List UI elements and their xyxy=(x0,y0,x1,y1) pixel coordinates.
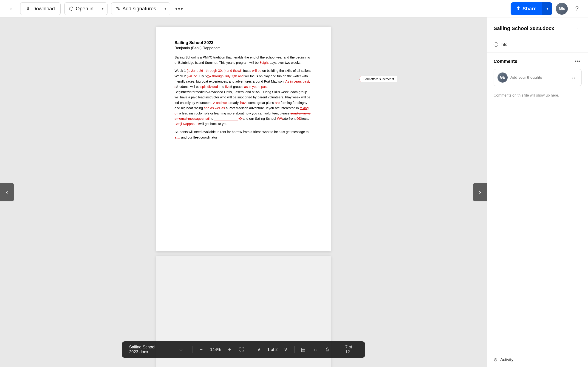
rp-header: Sailing School 2023.docx → xyxy=(487,17,588,37)
doc-author: Benjamin (Benji) Rappoport xyxy=(174,46,312,50)
more-icon: ••• xyxy=(175,5,183,12)
share-icon: ⬆ xyxy=(516,6,520,12)
bt-zoom-in-button[interactable]: + xyxy=(225,344,235,355)
rp-comments-title: Comments xyxy=(493,59,517,64)
share-button[interactable]: ⬆ Share xyxy=(510,2,542,15)
download-button[interactable]: ⬇ Download xyxy=(20,2,61,15)
bt-search-button[interactable]: ⌕ xyxy=(310,344,320,355)
comment-input-area: GE ⌕ xyxy=(493,69,582,86)
bt-divider-1 xyxy=(192,346,192,353)
share-button-group: ⬆ Share ▾ xyxy=(510,2,552,15)
bt-zoom-out-button[interactable]: − xyxy=(196,344,206,355)
avatar-initials: GE xyxy=(559,6,565,11)
comment-send-button[interactable]: ⌕ xyxy=(569,73,578,82)
bt-prev-page-button[interactable]: ∧ xyxy=(254,344,264,355)
bt-divider-2 xyxy=(250,346,250,353)
signatures-arrow[interactable]: ▾ xyxy=(161,2,170,15)
rp-info-title: ⓘ Info xyxy=(493,42,582,48)
share-arrow-button[interactable]: ▾ xyxy=(542,2,552,15)
more-options-button[interactable]: ••• xyxy=(174,3,185,14)
document-pages: Formatted: Superscript Sailing School 20… xyxy=(0,17,487,367)
download-icon: ⬇ xyxy=(26,6,30,12)
zoom-in-icon: + xyxy=(228,347,231,352)
open-in-dropdown: ⬡ Open in ▾ xyxy=(64,2,107,15)
doc-para-2: Week 1 (is June 26– through 30th) and th… xyxy=(174,68,312,127)
rp-comments-more-button[interactable]: ••• xyxy=(573,57,582,65)
layout-icon: ▤ xyxy=(301,347,306,352)
bt-page-indicator: 1 of 2 xyxy=(266,347,279,352)
rp-info-label: Info xyxy=(501,42,507,47)
back-icon: ‹ xyxy=(10,6,12,12)
rp-title: Sailing School 2023.docx xyxy=(493,25,554,31)
search-icon: ⌕ xyxy=(314,347,317,352)
main-area: ‹ Formatted: Superscript Sailing School … xyxy=(0,17,588,367)
signature-icon: ✎ xyxy=(116,6,120,12)
open-in-arrow[interactable]: ▾ xyxy=(98,2,107,15)
help-button[interactable]: ? xyxy=(571,3,582,14)
zoom-out-icon: − xyxy=(200,347,203,352)
bt-total-pages: 7 of 12 xyxy=(345,345,358,354)
prev-page-icon: ∧ xyxy=(257,347,261,352)
add-signatures-button[interactable]: ✎ Add signatures xyxy=(111,2,161,15)
doc-body: Sailing School is a PMYC tradition that … xyxy=(174,55,312,140)
bt-divider-3 xyxy=(294,346,295,353)
print-icon: ⎙ xyxy=(326,347,329,352)
comment-avatar-text: GE xyxy=(500,75,505,80)
rp-comments-header: Comments ••• xyxy=(487,52,588,69)
activity-label: Activity xyxy=(500,357,513,362)
bt-fullscreen-button[interactable]: ⛶ xyxy=(237,344,247,355)
bottom-toolbar: Sailing School 2023.docx ☆ − 144% + ⛶ ∧ … xyxy=(122,341,365,358)
add-signatures-dropdown: ✎ Add signatures ▾ xyxy=(111,2,170,15)
share-label: Share xyxy=(523,6,536,12)
prev-page-icon: ‹ xyxy=(6,189,8,196)
open-in-button[interactable]: ⬡ Open in xyxy=(65,2,98,15)
pdf-viewer: ‹ Formatted: Superscript Sailing School … xyxy=(0,17,487,367)
prev-page-button[interactable]: ‹ xyxy=(0,183,14,201)
rp-activity-section[interactable]: ⊙ Activity xyxy=(487,352,588,367)
bt-star-button[interactable]: ☆ xyxy=(179,347,183,352)
send-icon: ⌕ xyxy=(572,75,575,80)
rp-info-section: ⓘ Info xyxy=(487,37,588,52)
next-page-icon: ∨ xyxy=(284,347,288,352)
back-button[interactable]: ‹ xyxy=(6,3,17,14)
bt-layout-button[interactable]: ▤ xyxy=(298,344,309,355)
info-icon: ⓘ xyxy=(493,42,498,48)
add-signatures-label: Add signatures xyxy=(122,6,156,12)
topbar: ‹ ⬇ Download ⬡ Open in ▾ ✎ Add signature… xyxy=(0,0,588,17)
activity-icon: ⊙ xyxy=(493,357,498,362)
open-in-label: Open in xyxy=(76,6,94,12)
bt-print-button[interactable]: ⎙ xyxy=(322,344,332,355)
bt-filename: Sailing School 2023.docx xyxy=(129,345,175,354)
formatted-bubble: Formatted: Superscript xyxy=(360,76,397,82)
doc-para-3: Students will need available to rent for… xyxy=(174,129,312,140)
next-page-icon: › xyxy=(479,189,481,196)
download-label: Download xyxy=(32,6,55,12)
fullscreen-icon: ⛶ xyxy=(239,347,244,352)
avatar[interactable]: GE xyxy=(556,3,568,15)
help-icon: ? xyxy=(575,5,579,12)
rp-comments-section: Comments ••• GE ⌕ Comments on this file … xyxy=(487,52,588,352)
comment-avatar: GE xyxy=(498,73,508,83)
comments-placeholder: Comments on this file will show up here. xyxy=(487,90,588,101)
rp-close-icon: → xyxy=(575,26,579,31)
open-in-icon: ⬡ xyxy=(69,6,73,12)
comment-input[interactable] xyxy=(510,75,567,80)
bt-divider-4 xyxy=(336,346,336,353)
doc-title: Sailing School 2023 xyxy=(174,40,312,45)
document-page: Formatted: Superscript Sailing School 20… xyxy=(156,27,331,251)
doc-para-1: Sailing School is a PMYC tradition that … xyxy=(174,55,312,65)
next-page-button[interactable]: › xyxy=(473,183,487,201)
bt-next-page-button[interactable]: ∨ xyxy=(281,344,291,355)
rp-close-button[interactable]: → xyxy=(572,24,582,33)
right-panel: Sailing School 2023.docx → ⓘ Info Commen… xyxy=(487,17,588,367)
bt-zoom-level: 144% xyxy=(208,347,223,352)
